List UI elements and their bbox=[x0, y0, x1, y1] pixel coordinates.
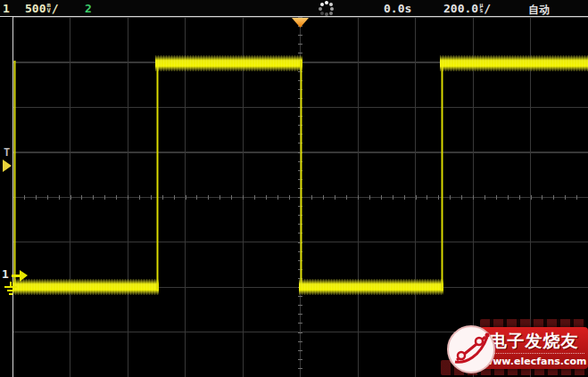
ground-symbol-bar bbox=[9, 293, 12, 295]
watermark-site-name: 电子发烧友 bbox=[480, 330, 588, 353]
channel1-scale-value: 500 bbox=[25, 2, 46, 15]
trace-segment-high bbox=[440, 55, 588, 71]
channel1-scale-readout: 500 m V / bbox=[25, 2, 59, 15]
channel1-number-label: 1 bbox=[3, 2, 10, 15]
trace-segment-edge bbox=[441, 61, 443, 290]
channel2-number-label: 2 bbox=[85, 2, 92, 15]
channel1-number: 1 bbox=[3, 2, 10, 15]
timebase-value: 200.0 bbox=[443, 2, 478, 15]
channel1-ground-marker: 1 bbox=[2, 267, 37, 299]
trigger-mode-readout: 自动 bbox=[528, 3, 550, 18]
ground-symbol-bar bbox=[7, 290, 14, 291]
channel1-marker-label: 1 bbox=[2, 267, 9, 281]
watermark: 电子发烧友 www.elecfans.com bbox=[441, 317, 588, 377]
trigger-delay-readout: 0.0s bbox=[384, 2, 411, 15]
channel2-number: 2 bbox=[85, 2, 92, 15]
channel1-arrow-head-icon bbox=[20, 270, 28, 282]
watermark-banner: 电子发烧友 www.elecfans.com bbox=[480, 327, 588, 369]
trace-segment-edge bbox=[156, 61, 159, 290]
trace-segment-edge bbox=[13, 61, 16, 290]
watermark-site-url: www.elecfans.com bbox=[484, 353, 584, 367]
trigger-level-arrow-icon bbox=[3, 160, 12, 172]
ground-symbol-bar bbox=[4, 286, 17, 288]
watermark-logo-icon bbox=[446, 324, 496, 374]
trace-segment-high bbox=[155, 55, 302, 71]
timebase-unit: µ s bbox=[479, 3, 483, 13]
trace-segment-edge bbox=[300, 61, 302, 290]
oscilloscope-screen: T 1 1 500 m V / 2 0.0s bbox=[0, 0, 588, 377]
trigger-level-label: T bbox=[4, 146, 10, 159]
busy-spinner-icon bbox=[319, 1, 334, 16]
timebase-readout: 200.0 µ s / bbox=[443, 2, 491, 15]
channel1-scale-unit: m V bbox=[46, 3, 50, 13]
trace-segment-low bbox=[299, 279, 443, 295]
status-bar: 1 500 m V / 2 0.0s 200.0 µ s / bbox=[0, 0, 588, 17]
channel1-arrow-icon bbox=[12, 275, 20, 277]
